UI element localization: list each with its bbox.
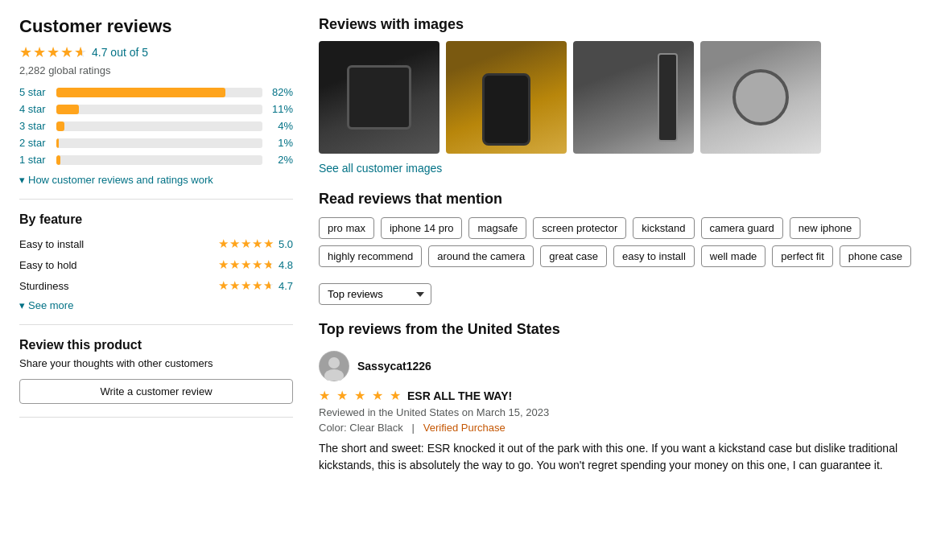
bar-label-2: 2 star <box>19 137 50 149</box>
tag-pro-max[interactable]: pro max <box>319 217 374 239</box>
bar-pct-5: 82% <box>269 86 293 98</box>
bar-track-4 <box>56 105 262 114</box>
tag-highly-recommend[interactable]: highly recommend <box>319 245 422 267</box>
feature-name-hold: Easy to hold <box>19 259 77 271</box>
review-headline: ESR ALL THE WAY! <box>407 389 512 402</box>
feature-row-sturdy: Sturdiness ★ ★ ★ ★ ★★ 4.7 <box>19 278 293 293</box>
rv-star-3: ★ <box>354 388 365 403</box>
page-title: Customer reviews <box>19 16 293 37</box>
feature-score-val-hold: 4.8 <box>279 259 293 271</box>
feature-score-val-sturdy: 4.7 <box>279 280 293 292</box>
how-ratings-link[interactable]: How customer reviews and ratings work <box>19 174 293 186</box>
fs4: ★ <box>252 237 262 251</box>
top-reviews-title: Top reviews from the United States <box>319 321 926 338</box>
bar-fill-1 <box>56 155 60 165</box>
svg-point-1 <box>328 357 340 369</box>
chevron-down-icon <box>19 174 25 186</box>
tags-container: pro max iphone 14 pro magsafe screen pro… <box>319 217 926 267</box>
mention-title: Read reviews that mention <box>319 191 926 208</box>
overall-rating-row: ★ ★ ★ ★ ★ ★ 4.7 out of 5 <box>19 43 293 61</box>
review-color-row: Color: Clear Black | Verified Purchase <box>319 422 926 434</box>
bar-row-2star[interactable]: 2 star 1% <box>19 137 293 149</box>
rv-star-4: ★ <box>372 388 383 403</box>
feature-score-install: ★ ★ ★ ★ ★ 5.0 <box>218 237 293 251</box>
review-image-3[interactable] <box>573 41 694 154</box>
bar-pct-2: 1% <box>269 137 293 149</box>
bar-label-5: 5 star <box>19 86 50 98</box>
bar-label-3: 3 star <box>19 120 50 132</box>
tag-perfect-fit[interactable]: perfect fit <box>772 245 832 267</box>
see-all-images-link[interactable]: See all customer images <box>319 162 926 175</box>
ss5: ★★ <box>263 278 274 293</box>
divider-1 <box>19 199 293 200</box>
write-review-button[interactable]: Write a customer review <box>19 379 293 404</box>
bar-pct-4: 11% <box>269 103 293 115</box>
bar-track-1 <box>56 155 262 165</box>
bar-track-5 <box>56 88 262 97</box>
hs3: ★ <box>241 257 251 272</box>
ss3: ★ <box>241 278 251 293</box>
fs3: ★ <box>241 237 251 251</box>
by-feature-title: By feature <box>19 212 293 227</box>
divider-2 <box>19 324 293 325</box>
review-image-1[interactable] <box>319 41 439 154</box>
tag-well-made[interactable]: well made <box>701 245 766 267</box>
see-more-link[interactable]: See more <box>19 299 293 311</box>
tag-camera-guard[interactable]: camera guard <box>701 217 783 239</box>
reviewer-name: Sassycat1226 <box>357 360 431 373</box>
tag-around-camera[interactable]: around the camera <box>428 245 534 267</box>
review-image-2[interactable] <box>446 41 567 154</box>
review-image-4[interactable] <box>700 41 821 154</box>
ss1: ★ <box>218 278 229 293</box>
fs2: ★ <box>229 237 240 251</box>
review-color-label: Color: Clear Black <box>319 422 403 434</box>
overall-rating-text: 4.7 out of 5 <box>92 46 148 59</box>
review-date: Reviewed in the United States on March 1… <box>319 406 926 418</box>
fs1: ★ <box>218 237 229 251</box>
review-item: Sassycat1226 ★ ★ ★ ★ ★ ESR ALL THE WAY! … <box>319 351 926 474</box>
hs2: ★ <box>229 257 240 272</box>
bar-row-3star[interactable]: 3 star 4% <box>19 120 293 132</box>
feature-stars-install: ★ ★ ★ ★ ★ <box>218 237 274 251</box>
tag-phone-case[interactable]: phone case <box>840 245 911 267</box>
feature-score-hold: ★ ★ ★ ★ ★★ 4.8 <box>218 257 293 272</box>
reviews-with-images-title: Reviews with images <box>319 16 926 33</box>
tag-great-case[interactable]: great case <box>540 245 607 267</box>
feature-stars-hold: ★ ★ ★ ★ ★★ <box>218 257 274 272</box>
global-ratings-text: 2,282 global ratings <box>19 64 293 76</box>
bar-row-4star[interactable]: 4 star 11% <box>19 103 293 115</box>
tag-screen-protector[interactable]: screen protector <box>533 217 626 239</box>
feature-name-install: Easy to install <box>19 238 84 250</box>
tag-new-iphone[interactable]: new iphone <box>790 217 861 239</box>
tag-easy-install[interactable]: easy to install <box>613 245 695 267</box>
bar-row-5star[interactable]: 5 star 82% <box>19 86 293 98</box>
avatar-icon <box>320 352 349 381</box>
tag-iphone-14-pro[interactable]: iphone 14 pro <box>381 217 463 239</box>
left-column: Customer reviews ★ ★ ★ ★ ★ ★ 4.7 out of … <box>19 16 293 544</box>
rv-star-1: ★ <box>319 388 330 403</box>
tag-magsafe[interactable]: magsafe <box>468 217 526 239</box>
star-2: ★ <box>33 43 46 61</box>
bar-track-3 <box>56 121 262 131</box>
right-column: Reviews with images See all customer ima… <box>319 16 926 544</box>
tag-kickstand[interactable]: kickstand <box>633 217 694 239</box>
bar-fill-5 <box>56 88 225 97</box>
rv-star-5: ★ <box>390 388 401 403</box>
bar-row-1star[interactable]: 1 star 2% <box>19 154 293 166</box>
feature-score-val-install: 5.0 <box>279 238 293 250</box>
review-product-title: Review this product <box>19 338 293 352</box>
reviewer-row: Sassycat1226 <box>319 351 926 381</box>
hs1: ★ <box>218 257 229 272</box>
feature-name-sturdy: Sturdiness <box>19 280 68 292</box>
bar-fill-3 <box>56 121 64 131</box>
sort-row: Top reviews Most recent <box>319 283 926 305</box>
bar-label-1: 1 star <box>19 154 50 166</box>
feature-stars-sturdy: ★ ★ ★ ★ ★★ <box>218 278 274 293</box>
bar-fill-4 <box>56 105 79 114</box>
rv-star-2: ★ <box>336 388 348 403</box>
review-images-row <box>319 41 926 154</box>
bar-label-4: 4 star <box>19 103 50 115</box>
overall-stars: ★ ★ ★ ★ ★ ★ <box>19 43 87 61</box>
sort-select[interactable]: Top reviews Most recent <box>319 283 431 305</box>
feature-row-hold: Easy to hold ★ ★ ★ ★ ★★ 4.8 <box>19 257 293 272</box>
